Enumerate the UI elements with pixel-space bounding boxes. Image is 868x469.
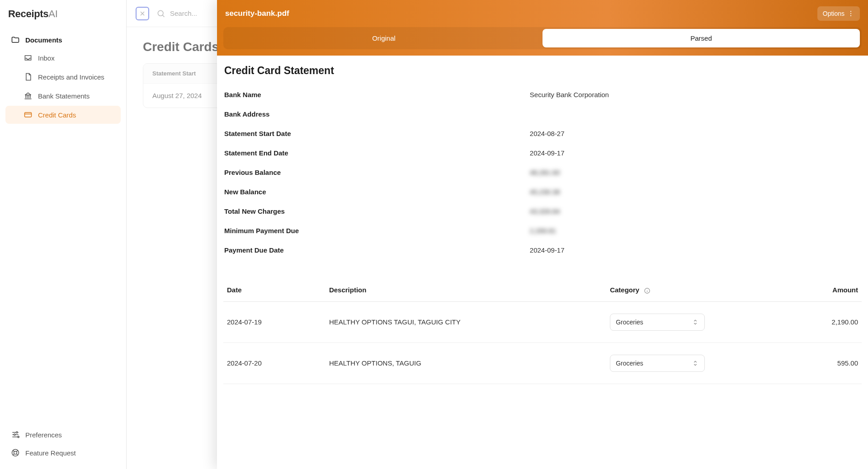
tx-date: 2024-07-20 xyxy=(223,342,326,384)
field-label-statement-end: Statement End Date xyxy=(224,149,530,157)
chevron-updown-icon xyxy=(692,319,699,326)
more-vertical-icon xyxy=(847,10,854,17)
tab-original[interactable]: Original xyxy=(225,29,542,47)
logo-brand: Receipts xyxy=(8,8,48,19)
field-label-statement-start: Statement Start Date xyxy=(224,130,530,137)
sidebar-item-label: Inbox xyxy=(38,54,55,62)
th-description: Description xyxy=(326,280,606,301)
field-value-statement-end: 2024-09-17 xyxy=(530,149,861,157)
logo-suffix: AI xyxy=(48,8,57,19)
sidebar-footer: Preferences Feature Request xyxy=(0,422,126,469)
category-value: Groceries xyxy=(616,319,643,326)
th-category-label: Category xyxy=(610,286,639,294)
view-tabs: Original Parsed xyxy=(223,27,862,49)
field-value-previous-balance: 48,281.60 xyxy=(530,169,560,176)
field-value-statement-start: 2024-08-27 xyxy=(530,130,861,137)
panel-body: Credit Card Statement Bank NameSecurity … xyxy=(217,56,868,469)
preferences-label: Preferences xyxy=(25,431,62,439)
feature-request-label: Feature Request xyxy=(25,449,76,457)
field-label-previous-balance: Previous Balance xyxy=(224,169,530,176)
nav-header-label: Documents xyxy=(25,36,62,44)
info-icon[interactable] xyxy=(644,287,651,294)
feature-request-link[interactable]: Feature Request xyxy=(5,444,121,462)
chevron-updown-icon xyxy=(692,360,699,367)
field-value-total-new-charges: 43,326.84 xyxy=(530,207,560,215)
category-select[interactable]: Groceries xyxy=(610,355,705,372)
th-amount: Amount xyxy=(760,280,862,301)
svg-point-1 xyxy=(16,431,18,433)
tx-description: HEALTHY OPTIONS TAGUI, TAGUIG CITY xyxy=(326,301,606,342)
th-date: Date xyxy=(223,280,326,301)
sidebar-item-label: Bank Statements xyxy=(38,92,90,100)
statement-fields: Bank NameSecurity Bank Corporation Bank … xyxy=(223,85,862,260)
svg-point-7 xyxy=(850,11,851,12)
options-button[interactable]: Options xyxy=(817,6,860,21)
folder-icon xyxy=(11,35,20,44)
sidebar-item-inbox[interactable]: Inbox xyxy=(5,49,121,67)
nav-header-documents[interactable]: Documents xyxy=(5,31,121,49)
field-value-payment-due-date: 2024-09-17 xyxy=(530,246,861,254)
field-label-bank-name: Bank Name xyxy=(224,91,530,98)
logo: ReceiptsAI xyxy=(0,0,126,31)
field-label-bank-address: Bank Address xyxy=(224,110,530,118)
transaction-row: 2024-07-20 HEALTHY OPTIONS, TAGUIG Groce… xyxy=(223,342,862,384)
field-label-payment-due-date: Payment Due Date xyxy=(224,246,530,254)
details-panel: security-bank.pdf Options Original Parse… xyxy=(217,0,868,469)
field-value-new-balance: 45,230.38 xyxy=(530,188,560,196)
inbox-icon xyxy=(24,53,33,62)
transaction-row: 2024-07-19 HEALTHY OPTIONS TAGUI, TAGUIG… xyxy=(223,301,862,342)
field-value-bank-name: Security Bank Corporation xyxy=(530,91,861,98)
tx-date: 2024-07-19 xyxy=(223,301,326,342)
nav: Documents Inbox Receipts and Invoices Ba… xyxy=(0,31,126,125)
sidebar-item-label: Receipts and Invoices xyxy=(38,73,104,81)
lifebuoy-icon xyxy=(11,448,20,457)
field-label-new-balance: New Balance xyxy=(224,188,530,196)
sliders-icon xyxy=(11,430,20,439)
panel-filename: security-bank.pdf xyxy=(225,9,289,18)
sidebar-item-receipts[interactable]: Receipts and Invoices xyxy=(5,68,121,86)
sidebar-item-credit-cards[interactable]: Credit Cards xyxy=(5,106,121,124)
sidebar: ReceiptsAI Documents Inbox Receipts and … xyxy=(0,0,127,469)
svg-rect-0 xyxy=(25,113,32,117)
transactions-table: Date Description Category Amount 2024-07… xyxy=(223,280,862,384)
field-label-total-new-charges: Total New Charges xyxy=(224,207,530,215)
preferences-link[interactable]: Preferences xyxy=(5,426,121,444)
field-value-bank-address xyxy=(530,110,861,118)
category-value: Groceries xyxy=(616,360,643,367)
panel-header: security-bank.pdf Options Original Parse… xyxy=(217,0,868,56)
field-label-minimum-payment-due: Minimum Payment Due xyxy=(224,227,530,234)
field-value-minimum-payment-due: 2,269.81 xyxy=(530,227,556,234)
main: Credit Cards Statement Start August 27, … xyxy=(127,0,868,469)
th-category: Category xyxy=(606,280,760,301)
svg-point-9 xyxy=(850,15,851,16)
document-icon xyxy=(24,72,33,81)
svg-point-5 xyxy=(14,451,17,455)
section-title: Credit Card Statement xyxy=(223,65,862,77)
tab-parsed[interactable]: Parsed xyxy=(542,29,860,47)
bank-icon xyxy=(24,91,33,100)
sidebar-item-label: Credit Cards xyxy=(38,111,76,119)
svg-point-2 xyxy=(14,434,15,435)
sidebar-item-bank-statements[interactable]: Bank Statements xyxy=(5,87,121,105)
tx-description: HEALTHY OPTIONS, TAGUIG xyxy=(326,342,606,384)
svg-point-8 xyxy=(850,13,851,14)
category-select[interactable]: Groceries xyxy=(610,314,705,331)
credit-card-icon xyxy=(24,110,33,119)
tx-amount: 595.00 xyxy=(760,342,862,384)
tx-amount: 2,190.00 xyxy=(760,301,862,342)
options-label: Options xyxy=(823,10,844,17)
